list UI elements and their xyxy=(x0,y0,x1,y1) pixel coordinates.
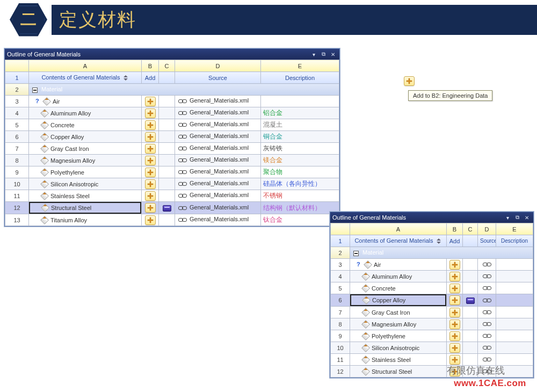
table-row[interactable]: 7Gray Cast Iron xyxy=(331,307,533,318)
source-cell[interactable] xyxy=(478,307,496,318)
source-cell[interactable]: General_Materials.xml xyxy=(175,166,261,178)
table-row[interactable]: 7Gray Cast Iron General_Materials.xml灰铸铁 xyxy=(5,143,339,155)
book-cell[interactable] xyxy=(159,214,175,226)
add-button[interactable] xyxy=(145,179,156,189)
col-C[interactable]: C xyxy=(463,223,478,235)
book-cell[interactable] xyxy=(463,294,478,307)
row-number[interactable]: 5 xyxy=(331,282,350,294)
row-number[interactable]: 5 xyxy=(5,119,29,131)
add-button[interactable] xyxy=(449,367,460,376)
book-cell[interactable] xyxy=(159,166,175,178)
col-E[interactable]: E xyxy=(496,223,533,235)
table-row[interactable]: 11Stainless Steel General_Materials.xml不… xyxy=(5,190,339,202)
row-number[interactable]: 6 xyxy=(5,131,29,143)
material-name-cell[interactable]: Magnesium Alloy xyxy=(29,155,142,166)
row-number[interactable]: 3 xyxy=(331,259,350,271)
description-cell[interactable]: 镁合金 xyxy=(261,155,339,166)
restore-icon[interactable]: ⧉ xyxy=(319,50,328,58)
table-row[interactable]: 9Polyethylene General_Materials.xml聚合物 xyxy=(5,166,339,178)
source-cell[interactable] xyxy=(478,342,496,354)
add-cell[interactable] xyxy=(447,294,463,307)
add-cell[interactable] xyxy=(447,271,463,282)
material-name-cell[interactable]: Stainless Steel xyxy=(350,354,447,366)
header-add[interactable]: Add xyxy=(447,235,463,247)
description-cell[interactable] xyxy=(496,282,533,294)
group-row-material[interactable]: 2 Material xyxy=(331,247,533,259)
row-number[interactable]: 12 xyxy=(5,202,29,214)
add-button[interactable] xyxy=(449,355,460,365)
add-cell[interactable] xyxy=(142,143,159,155)
add-button[interactable] xyxy=(145,191,156,201)
table-row[interactable]: 13Titanium Alloy General_Materials.xml钛合… xyxy=(5,214,339,226)
description-cell[interactable]: 聚合物 xyxy=(261,166,339,178)
header-c[interactable] xyxy=(159,72,175,84)
panel-titlebar[interactable]: Outline of General Materials ▾ ⧉ ✕ xyxy=(330,212,533,223)
book-cell[interactable] xyxy=(159,202,175,214)
material-name-cell[interactable]: Titanium Alloy xyxy=(29,214,142,226)
table-row[interactable]: 5Concrete xyxy=(331,282,533,294)
header-c[interactable] xyxy=(463,235,478,247)
book-cell[interactable] xyxy=(463,282,478,294)
book-cell[interactable] xyxy=(463,307,478,318)
table-row[interactable]: 8Magnesium Alloy General_Materials.xml镁合… xyxy=(5,155,339,166)
close-icon[interactable]: ✕ xyxy=(523,214,531,221)
table-row[interactable]: 4Aluminum Alloy xyxy=(331,271,533,282)
book-cell[interactable] xyxy=(159,119,175,131)
col-A[interactable]: A xyxy=(350,223,447,235)
add-button[interactable] xyxy=(145,168,156,177)
source-cell[interactable]: General_Materials.xml xyxy=(175,96,261,107)
material-name-cell[interactable]: ?Air xyxy=(29,96,142,107)
table-row[interactable]: 3?Air General_Materials.xml xyxy=(5,96,339,107)
row-number[interactable]: 8 xyxy=(331,318,350,330)
material-name-cell[interactable]: Structural Steel xyxy=(29,202,141,214)
col-C[interactable]: C xyxy=(159,60,175,72)
source-cell[interactable]: General_Materials.xml xyxy=(175,119,261,131)
source-cell[interactable]: General_Materials.xml xyxy=(175,107,261,119)
col-B[interactable]: B xyxy=(142,60,159,72)
add-button[interactable] xyxy=(145,97,156,106)
source-cell[interactable] xyxy=(478,354,496,366)
col-D[interactable]: D xyxy=(478,223,496,235)
row-number[interactable]: 7 xyxy=(5,143,29,155)
table-row[interactable]: 10Silicon Anisotropic xyxy=(331,342,533,354)
table-row[interactable]: 8Magnesium Alloy xyxy=(331,318,533,330)
source-cell[interactable] xyxy=(478,330,496,342)
collapse-icon[interactable] xyxy=(353,251,359,256)
table-row[interactable]: 12Structural Steel General_Materials.xml… xyxy=(5,202,339,214)
source-cell[interactable]: General_Materials.xml xyxy=(175,178,261,190)
add-cell[interactable] xyxy=(142,214,159,226)
materials-grid-small[interactable]: A B C D E 1 Contents of General Material… xyxy=(330,223,533,378)
book-cell[interactable] xyxy=(463,342,478,354)
source-cell[interactable] xyxy=(478,294,496,307)
material-name-cell[interactable]: Polyethylene xyxy=(29,166,142,178)
add-cell[interactable] xyxy=(142,119,159,131)
description-cell[interactable] xyxy=(496,271,533,282)
table-row[interactable]: 10Silicon Anisotropic General_Materials.… xyxy=(5,178,339,190)
description-cell[interactable]: 钛合金 xyxy=(261,214,339,226)
material-name-cell[interactable]: Gray Cast Iron xyxy=(350,307,447,318)
row-number[interactable]: 12 xyxy=(331,366,350,378)
add-button[interactable] xyxy=(145,120,156,130)
restore-icon[interactable]: ⧉ xyxy=(513,214,521,221)
sort-icon[interactable] xyxy=(122,75,129,81)
material-name-cell[interactable]: Gray Cast Iron xyxy=(29,143,142,155)
description-cell[interactable]: 铜合金 xyxy=(261,131,339,143)
row-number[interactable]: 4 xyxy=(5,107,29,119)
row-number[interactable]: 9 xyxy=(5,166,29,178)
add-cell[interactable] xyxy=(447,354,463,366)
add-button[interactable] xyxy=(145,108,156,118)
add-cell[interactable] xyxy=(142,190,159,202)
add-button[interactable] xyxy=(449,331,460,341)
source-cell[interactable]: General_Materials.xml xyxy=(175,155,261,166)
add-cell[interactable] xyxy=(447,342,463,354)
table-row[interactable]: 3?Air xyxy=(331,259,533,271)
source-cell[interactable]: General_Materials.xml xyxy=(175,143,261,155)
collapse-icon[interactable] xyxy=(32,88,38,93)
description-cell[interactable]: 不锈钢 xyxy=(261,190,339,202)
header-description[interactable]: Description xyxy=(496,235,533,247)
row-number[interactable]: 8 xyxy=(5,155,29,166)
source-cell[interactable]: General_Materials.xml xyxy=(175,190,261,202)
row-number[interactable]: 4 xyxy=(331,271,350,282)
row-number[interactable]: 9 xyxy=(331,330,350,342)
add-button[interactable] xyxy=(449,295,460,305)
